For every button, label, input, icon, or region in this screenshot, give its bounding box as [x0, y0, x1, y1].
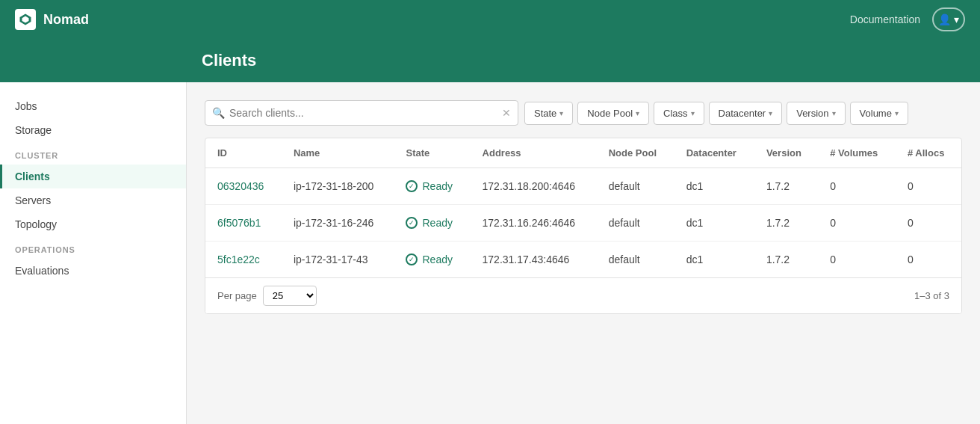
search-icon: 🔍 — [212, 107, 225, 119]
state-filter-label: State — [534, 108, 556, 119]
version-filter-label: Version — [796, 108, 828, 119]
sidebar-item-servers[interactable]: Servers — [0, 188, 186, 212]
col-header-address: Address — [471, 138, 597, 168]
pagination: Per page 25 50 100 1–3 of 3 — [205, 277, 961, 313]
col-header-version: Version — [754, 138, 818, 168]
cell-version: 1.7.2 — [754, 242, 818, 278]
cell-state: Ready — [394, 242, 470, 278]
table-header-row: ID Name State Address Node Pool Datacent… — [205, 138, 961, 168]
col-header-node-pool: Node Pool — [597, 138, 674, 168]
cell-allocs: 0 — [896, 168, 961, 205]
cell-version: 1.7.2 — [754, 168, 818, 205]
filter-buttons: State ▾ Node Pool ▾ Class ▾ Datacenter ▾… — [524, 102, 908, 125]
col-header-datacenter: Datacenter — [674, 138, 754, 168]
operations-section-label: OPERATIONS — [0, 236, 186, 259]
cell-id: 5fc1e22c — [205, 242, 282, 278]
documentation-link[interactable]: Documentation — [850, 13, 920, 25]
header-left: Nomad — [15, 9, 89, 30]
table-row: 5fc1e22c ip-172-31-17-43 Ready 172.31.17… — [205, 242, 961, 278]
sidebar-item-clients[interactable]: Clients — [0, 165, 186, 188]
class-filter-button[interactable]: Class ▾ — [654, 102, 704, 125]
col-header-name: Name — [282, 138, 394, 168]
cell-datacenter: dc1 — [674, 205, 754, 242]
cell-address: 172.31.17.43:4646 — [471, 242, 597, 278]
cell-version: 1.7.2 — [754, 205, 818, 242]
cell-name: ip-172-31-18-200 — [282, 168, 394, 205]
cell-state: Ready — [394, 168, 470, 205]
cell-id: 06320436 — [205, 168, 282, 205]
per-page-control: Per page 25 50 100 — [217, 286, 317, 306]
chevron-down-icon: ▾ — [636, 109, 639, 117]
sidebar-item-evaluations[interactable]: Evaluations — [0, 259, 186, 283]
sidebar-item-topology[interactable]: Topology — [0, 212, 186, 236]
app-title: Nomad — [43, 12, 89, 28]
page-title-bar: Clients — [0, 39, 980, 82]
class-filter-label: Class — [663, 108, 688, 119]
cell-node-pool: default — [597, 242, 674, 278]
version-filter-button[interactable]: Version ▾ — [787, 102, 845, 125]
cell-allocs: 0 — [896, 205, 961, 242]
chevron-down-icon: ▾ — [559, 109, 563, 117]
status-badge: Ready — [406, 217, 458, 229]
filter-bar: 🔍 ✕ State ▾ Node Pool ▾ Class ▾ Dat — [205, 100, 962, 126]
table-row: 06320436 ip-172-31-18-200 Ready 172.31.1… — [205, 168, 961, 205]
table-row: 6f5076b1 ip-172-31-16-246 Ready 172.31.1… — [205, 205, 961, 242]
layout: Jobs Storage CLUSTER Clients Servers Top… — [0, 82, 980, 424]
datacenter-filter-label: Datacenter — [719, 108, 766, 119]
per-page-label: Per page — [217, 290, 257, 301]
chevron-down-icon: ▾ — [769, 109, 772, 117]
cell-address: 172.31.18.200:4646 — [471, 168, 597, 205]
cell-id: 6f5076b1 — [205, 205, 282, 242]
cell-name: ip-172-31-17-43 — [282, 242, 394, 278]
node-pool-filter-label: Node Pool — [587, 108, 633, 119]
chevron-down-icon: ▾ — [691, 109, 695, 117]
cell-volumes: 0 — [818, 242, 896, 278]
volume-filter-label: Volume — [860, 108, 892, 119]
state-filter-button[interactable]: State ▾ — [524, 102, 573, 125]
status-icon — [406, 254, 418, 265]
search-clear-button[interactable]: ✕ — [502, 107, 511, 119]
col-header-allocs: # Allocs — [896, 138, 961, 168]
cell-datacenter: dc1 — [674, 168, 754, 205]
sidebar-item-storage[interactable]: Storage — [0, 118, 186, 142]
user-menu[interactable]: 👤 ▾ — [932, 7, 965, 31]
sidebar: Jobs Storage CLUSTER Clients Servers Top… — [0, 82, 187, 424]
col-header-volumes: # Volumes — [818, 138, 896, 168]
cell-node-pool: default — [597, 168, 674, 205]
volume-filter-button[interactable]: Volume ▾ — [850, 102, 908, 125]
datacenter-filter-button[interactable]: Datacenter ▾ — [709, 102, 783, 125]
user-icon: 👤 — [938, 13, 951, 25]
cell-allocs: 0 — [896, 242, 961, 278]
col-header-state: State — [394, 138, 470, 168]
chevron-down-icon: ▾ — [832, 109, 836, 117]
node-pool-filter-button[interactable]: Node Pool ▾ — [577, 102, 649, 125]
cell-state: Ready — [394, 205, 470, 242]
cell-datacenter: dc1 — [674, 242, 754, 278]
chevron-down-icon: ▾ — [954, 13, 959, 25]
client-link[interactable]: 6f5076b1 — [217, 217, 261, 229]
clients-table: ID Name State Address Node Pool Datacent… — [205, 138, 961, 277]
cluster-section-label: CLUSTER — [0, 142, 186, 165]
status-badge: Ready — [406, 180, 458, 192]
clients-table-wrapper: ID Name State Address Node Pool Datacent… — [205, 138, 962, 314]
pagination-range: 1–3 of 3 — [914, 290, 949, 301]
chevron-down-icon: ▾ — [895, 109, 899, 117]
cell-volumes: 0 — [818, 205, 896, 242]
header-right: Documentation 👤 ▾ — [850, 7, 965, 31]
page-title: Clients — [202, 51, 256, 70]
client-link[interactable]: 5fc1e22c — [217, 254, 260, 265]
main-content: 🔍 ✕ State ▾ Node Pool ▾ Class ▾ Dat — [187, 82, 980, 424]
cell-address: 172.31.16.246:4646 — [471, 205, 597, 242]
per-page-select[interactable]: 25 50 100 — [263, 286, 317, 306]
client-link[interactable]: 06320436 — [217, 180, 264, 192]
cell-node-pool: default — [597, 205, 674, 242]
sidebar-item-jobs[interactable]: Jobs — [0, 94, 186, 118]
search-wrapper: 🔍 ✕ — [205, 100, 518, 126]
status-badge: Ready — [406, 254, 458, 265]
app-logo — [15, 9, 36, 30]
col-header-id: ID — [205, 138, 282, 168]
app-header: Nomad Documentation 👤 ▾ — [0, 0, 980, 39]
status-icon — [406, 217, 418, 229]
status-icon — [406, 180, 418, 192]
search-input[interactable] — [205, 100, 518, 126]
